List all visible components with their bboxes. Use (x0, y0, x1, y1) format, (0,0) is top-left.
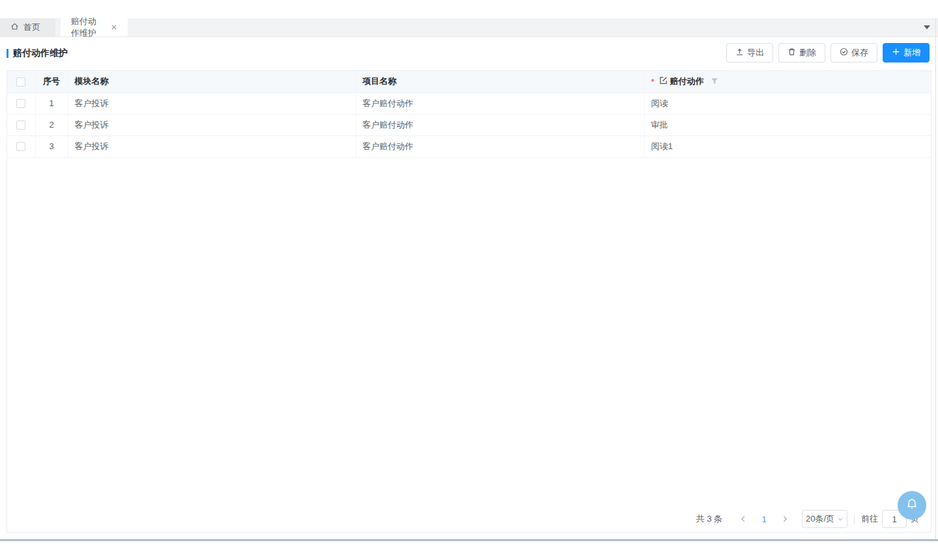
upload-icon (735, 48, 744, 58)
chevron-right-icon[interactable] (781, 515, 789, 523)
select-all-checkbox[interactable] (16, 77, 25, 87)
home-icon (10, 22, 19, 33)
window-right-edge (935, 18, 936, 539)
app-window: 首页 赔付动作维护 ✕ 赔付动作维护 导出 (0, 0, 938, 560)
pagination: 共 3 条 1 20条/页 (696, 510, 919, 528)
export-button[interactable]: 导出 (726, 43, 773, 63)
required-mark: * (651, 77, 655, 87)
page-title: 赔付动作维护 (7, 48, 68, 59)
chevron-left-icon[interactable] (739, 515, 747, 523)
table-row[interactable]: 2 客户投诉 客户赔付动作 审批 (7, 114, 931, 135)
cell-module: 客户投诉 (68, 114, 356, 135)
page-title-text: 赔付动作维护 (13, 48, 68, 59)
bottom-divider (0, 539, 938, 541)
column-header-project: 项目名称 (356, 71, 644, 92)
page-size-select[interactable]: 20条/页 (802, 510, 847, 528)
add-button[interactable]: 新增 (883, 43, 930, 63)
tab-active-label: 赔付动作维护 (71, 16, 101, 39)
data-table-container: 序号 模块名称 项目名称 * 赔付动作 (7, 70, 931, 533)
delete-button-label: 删除 (799, 47, 816, 59)
pagination-total: 共 3 条 (696, 513, 722, 525)
column-header-index: 序号 (35, 71, 68, 92)
cell-index: 2 (35, 114, 68, 135)
table-row[interactable]: 1 客户投诉 客户赔付动作 阅读 (7, 92, 931, 114)
notification-fab[interactable] (898, 491, 926, 520)
column-header-module: 模块名称 (68, 71, 356, 92)
cell-action[interactable]: 审批 (644, 114, 931, 135)
close-icon[interactable]: ✕ (111, 23, 117, 31)
row-checkbox[interactable] (16, 120, 25, 130)
toolbar: 导出 删除 保存 (726, 43, 930, 63)
add-button-label: 新增 (903, 47, 920, 59)
table-row[interactable]: 3 客户投诉 客户赔付动作 阅读1 (7, 135, 931, 157)
funnel-icon[interactable] (711, 77, 718, 87)
cell-project: 客户赔付动作 (356, 92, 644, 114)
goto-label: 前往 (861, 513, 878, 525)
export-button-label: 导出 (747, 47, 764, 59)
row-checkbox[interactable] (16, 142, 25, 151)
save-button[interactable]: 保存 (831, 43, 877, 63)
column-header-action: * 赔付动作 (644, 71, 931, 92)
cell-index: 3 (35, 135, 68, 157)
trash-icon (788, 48, 796, 58)
delete-button[interactable]: 删除 (778, 43, 825, 63)
cell-project: 客户赔付动作 (356, 135, 644, 157)
caret-down-icon[interactable] (924, 25, 930, 29)
tab-home[interactable]: 首页 (0, 18, 55, 36)
tab-active[interactable]: 赔付动作维护 ✕ (61, 18, 128, 36)
cell-project: 客户赔付动作 (356, 114, 644, 135)
cell-action[interactable]: 阅读1 (644, 135, 931, 157)
cell-index: 1 (35, 92, 68, 114)
row-checkbox[interactable] (16, 99, 25, 108)
tab-bar: 首页 赔付动作维护 ✕ (0, 18, 938, 37)
tab-home-label: 首页 (23, 21, 40, 33)
edit-icon (659, 76, 668, 87)
column-header-action-label: 赔付动作 (670, 76, 704, 87)
title-accent-bar (7, 49, 8, 58)
bell-icon (904, 496, 920, 514)
save-button-label: 保存 (851, 47, 868, 59)
cell-action[interactable]: 阅读 (644, 92, 931, 114)
check-circle-icon (840, 48, 848, 58)
page-number-1[interactable]: 1 (758, 514, 771, 524)
cell-module: 客户投诉 (68, 92, 356, 114)
data-table: 序号 模块名称 项目名称 * 赔付动作 (7, 71, 931, 158)
page-header: 赔付动作维护 导出 删除 (0, 37, 938, 70)
plus-icon (892, 48, 900, 58)
page-size-value: 20条/页 (806, 513, 834, 525)
table-header-row: 序号 模块名称 项目名称 * 赔付动作 (7, 71, 931, 92)
pagination-divider (854, 514, 855, 524)
chevron-down-icon (837, 514, 844, 524)
cell-module: 客户投诉 (68, 135, 356, 157)
